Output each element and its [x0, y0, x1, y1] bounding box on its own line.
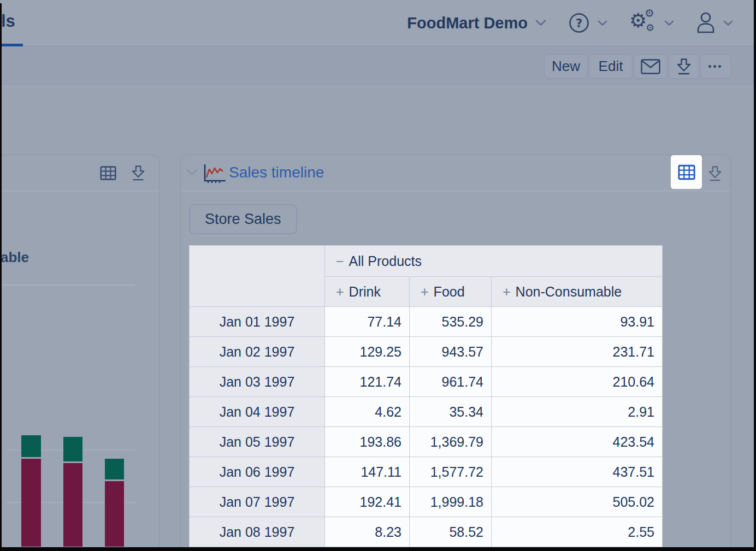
- help-menu[interactable]: ?: [568, 12, 607, 34]
- widget-title: Sales timeline: [229, 164, 324, 181]
- chevron-down-icon: [723, 20, 733, 26]
- column-header-drink[interactable]: +Drink: [325, 277, 410, 307]
- chevron-down-icon: [664, 20, 674, 26]
- table-row: Jan 02 1997129.25943.57231.71: [190, 337, 663, 367]
- left-widget-card: able: [0, 155, 160, 548]
- value-cell: 4.62: [325, 397, 410, 427]
- top-nav-right: FoodMart Demo ? ⚙ ⚙: [407, 0, 733, 46]
- pivot-table-head: −All Products+Drink+Food+Non-Consumable: [190, 246, 663, 307]
- value-cell: 1,369.79: [410, 427, 492, 457]
- value-cell: 1,999.18: [410, 487, 492, 517]
- dashboard-toolbar: New Edit •••: [0, 47, 756, 86]
- widget-export-button[interactable]: [707, 165, 723, 182]
- header-label: Drink: [349, 284, 381, 299]
- column-header-non-consumable[interactable]: +Non-Consumable: [492, 277, 663, 307]
- value-cell: 129.25: [325, 337, 410, 367]
- value-cell: 58.52: [410, 517, 492, 547]
- header-label: Food: [434, 284, 465, 299]
- value-cell: 437.51: [492, 457, 663, 487]
- column-header-food[interactable]: +Food: [410, 277, 492, 307]
- value-cell: 535.29: [410, 307, 492, 337]
- export-button[interactable]: [669, 54, 699, 79]
- value-cell: 961.74: [410, 367, 492, 397]
- send-email-button[interactable]: [634, 54, 668, 79]
- row-label: Jan 06 1997: [190, 457, 325, 487]
- workspace-menu[interactable]: FoodMart Demo: [407, 14, 546, 32]
- new-button[interactable]: New: [544, 54, 588, 79]
- value-cell: 35.34: [410, 397, 492, 427]
- toolbar-button-group: New Edit •••: [544, 54, 731, 79]
- chevron-down-icon: [598, 20, 607, 26]
- window-edge-left: [0, 3, 2, 551]
- table-row: Jan 07 1997192.411,999.18505.02: [190, 487, 663, 517]
- sales-timeline-header: Sales timeline: [181, 155, 730, 191]
- row-label: Jan 07 1997: [190, 487, 325, 517]
- left-bar-chart: [0, 155, 159, 548]
- collapse-chevron-icon[interactable]: [186, 169, 198, 176]
- expand-toggle[interactable]: +: [503, 284, 511, 299]
- window-edge-bottom: [0, 547, 756, 551]
- top-nav: ls FoodMart Demo ?: [0, 0, 756, 46]
- table-row: Jan 06 1997147.111,577.72437.51: [190, 457, 663, 487]
- pivot-table: −All Products+Drink+Food+Non-Consumable …: [189, 245, 663, 547]
- line-chart-icon: [203, 163, 227, 185]
- value-cell: 505.02: [492, 487, 663, 517]
- ellipsis-icon: •••: [708, 61, 723, 72]
- stacked-bar: [21, 435, 41, 547]
- settings-menu[interactable]: ⚙ ⚙ ⚙: [629, 9, 674, 37]
- settings-gears-icon: ⚙ ⚙ ⚙: [629, 9, 657, 37]
- svg-text:?: ?: [576, 17, 582, 30]
- user-icon: [696, 11, 716, 34]
- user-menu[interactable]: [696, 11, 733, 34]
- expand-toggle[interactable]: +: [421, 284, 429, 299]
- table-view-button[interactable]: [678, 164, 695, 180]
- nav-tab-dashboards-truncated[interactable]: ls: [1, 11, 15, 31]
- table-row: Jan 01 199777.14535.2993.91: [190, 307, 663, 337]
- bar-segment-crimson: [21, 459, 41, 547]
- table-grid-icon: [678, 164, 695, 180]
- help-icon: ?: [568, 12, 590, 34]
- row-label: Jan 02 1997: [190, 337, 325, 367]
- bar-segment-teal: [105, 459, 124, 479]
- column-group-header[interactable]: −All Products: [325, 246, 663, 277]
- edit-button[interactable]: Edit: [589, 54, 633, 79]
- sales-timeline-card: Sales timeline S: [180, 155, 731, 548]
- value-cell: 2.55: [492, 517, 663, 547]
- value-cell: 1,577.72: [410, 457, 492, 487]
- download-icon: [707, 165, 723, 182]
- value-cell: 193.86: [325, 427, 410, 457]
- value-cell: 192.41: [325, 487, 410, 517]
- workspace-label: FoodMart Demo: [407, 14, 528, 32]
- row-label: Jan 03 1997: [190, 367, 325, 397]
- tour-spotlight: [671, 155, 702, 189]
- envelope-icon: [641, 59, 660, 74]
- expand-toggle[interactable]: +: [336, 284, 344, 299]
- download-icon: [676, 58, 692, 75]
- bar-segment-crimson: [105, 481, 124, 547]
- value-cell: 121.74: [325, 367, 410, 397]
- table-row: Jan 05 1997193.861,369.79423.54: [190, 427, 663, 457]
- value-cell: 2.91: [492, 397, 663, 427]
- header-label: Non-Consumable: [516, 284, 622, 299]
- bar-segment-crimson: [63, 463, 82, 547]
- row-label: Jan 08 1997: [190, 517, 325, 547]
- app-window: ls FoodMart Demo ?: [0, 0, 756, 551]
- active-tab-indicator: [0, 44, 23, 46]
- row-label: Jan 01 1997: [190, 307, 325, 337]
- value-cell: 8.23: [325, 517, 410, 547]
- value-cell: 423.54: [492, 427, 663, 457]
- value-cell: 93.91: [492, 307, 663, 337]
- stacked-bar: [105, 459, 124, 547]
- table-row: Jan 08 19978.2358.522.55: [190, 517, 663, 547]
- stacked-bar: [63, 437, 82, 547]
- window-edge-right: [754, 0, 756, 551]
- measure-chip-store-sales[interactable]: Store Sales: [189, 204, 297, 234]
- value-cell: 210.64: [492, 367, 663, 397]
- row-label: Jan 04 1997: [190, 397, 325, 427]
- collapse-toggle[interactable]: −: [336, 253, 344, 269]
- value-cell: 943.57: [410, 337, 492, 367]
- table-row: Jan 04 19974.6235.342.91: [190, 397, 663, 427]
- chevron-down-icon: [535, 20, 546, 26]
- more-actions-button[interactable]: •••: [700, 54, 731, 79]
- pivot-table-body: Jan 01 199777.14535.2993.91Jan 02 199712…: [190, 307, 663, 547]
